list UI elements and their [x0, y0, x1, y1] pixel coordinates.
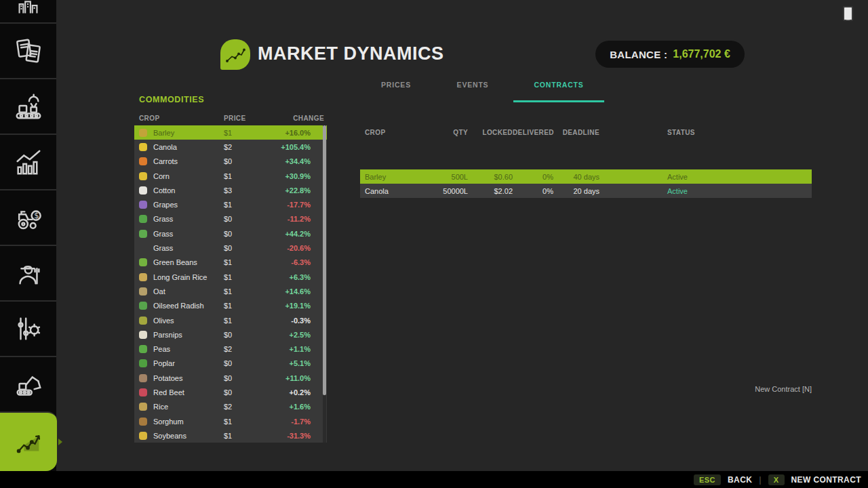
balance-label: BALANCE :	[610, 49, 667, 60]
contract-row[interactable]: Barley 500L $0.60 0% 40 days Active	[360, 169, 812, 184]
commodity-row[interactable]: Long Grain Rice $1 +6.3%	[134, 270, 327, 284]
col-change: CHANGE	[264, 115, 327, 122]
commodity-row[interactable]: Peas $2 +1.1%	[134, 342, 327, 356]
scrollbar-thumb[interactable]	[323, 125, 326, 395]
tab-contracts[interactable]: CONTRACTS	[534, 81, 583, 89]
crop-name: Potatoes	[153, 374, 224, 382]
commodity-row[interactable]: Corn $1 +30.9%	[134, 169, 327, 183]
crop-name: Grapes	[153, 201, 224, 209]
tab-events[interactable]: EVENTS	[457, 81, 489, 89]
sidebar-item-farmer[interactable]	[0, 245, 56, 300]
crop-icon	[139, 172, 147, 180]
crop-change: -6.3%	[264, 258, 327, 266]
col-qty: QTY	[411, 129, 468, 136]
x-key-badge[interactable]: X	[768, 474, 785, 485]
col-deadline: DEADLINE	[553, 129, 599, 136]
crop-price: $0	[224, 230, 264, 238]
crop-change: +6.3%	[264, 273, 327, 281]
commodity-row[interactable]: Grapes $1 -17.7%	[134, 197, 327, 211]
sidebar-item-construction[interactable]	[0, 356, 56, 411]
back-button[interactable]: BACK	[728, 475, 752, 485]
contract-qty: 50000L	[411, 187, 468, 195]
crop-icon	[139, 287, 147, 296]
contract-deadline: 20 days	[553, 187, 599, 195]
contract-deadline: 40 days	[553, 173, 599, 181]
commodity-row[interactable]: Grass $0 -20.6%	[134, 241, 327, 255]
commodity-row[interactable]: Potatoes $0 +11.0%	[134, 371, 327, 385]
crop-price: $0	[224, 374, 264, 382]
commodity-row[interactable]: Poplar $0 +5.1%	[134, 357, 327, 371]
sidebar-item-finances[interactable]: $	[0, 189, 56, 245]
balance-badge: BALANCE : 1,677,702 €	[595, 41, 745, 68]
crop-change: +11.0%	[264, 374, 327, 382]
crop-price: $3	[224, 186, 264, 195]
contract-crop: Barley	[360, 173, 411, 181]
crop-icon	[139, 129, 147, 137]
crop-price: $0	[224, 215, 264, 223]
new-contract-button[interactable]: NEW CONTRACT	[791, 475, 861, 485]
market-dynamics-leaf-chart-icon	[220, 39, 250, 70]
commodity-row[interactable]: Sorghum $1 -1.7%	[134, 414, 327, 428]
crop-name: Parsnips	[153, 331, 224, 339]
contract-row[interactable]: Canola 50000L $2.02 0% 20 days Active	[360, 184, 812, 198]
documents-icon	[13, 35, 44, 66]
sidebar-item-statistics[interactable]	[0, 134, 56, 189]
commodity-row[interactable]: Oilseed Radish $1 +19.1%	[134, 299, 327, 313]
contract-delivered: 0%	[513, 173, 553, 181]
commodity-row[interactable]: Grass $0 -11.2%	[134, 212, 327, 226]
commodity-row[interactable]: Olives $1 -0.3%	[134, 313, 327, 327]
crop-change: +1.6%	[264, 403, 327, 411]
crop-name: Sorghum	[153, 418, 224, 426]
commodity-row[interactable]: Green Beans $1 -6.3%	[134, 256, 327, 270]
commodity-row[interactable]: Barley $1 +16.0%	[134, 125, 327, 140]
excavator-icon	[13, 369, 44, 400]
sidebar-item-production[interactable]	[0, 78, 56, 134]
crop-change: -0.3%	[264, 317, 327, 325]
commodities-scrollbar[interactable]	[323, 125, 326, 443]
tab-prices[interactable]: PRICES	[381, 81, 411, 89]
sidebar-item-settings[interactable]	[0, 300, 56, 356]
crop-price: $1	[224, 302, 264, 310]
market-trend-icon	[12, 426, 45, 458]
sidebar-item-buildings[interactable]	[0, 0, 56, 22]
crop-name: Poplar	[153, 359, 224, 367]
contract-qty: 500L	[411, 173, 468, 181]
crop-icon	[139, 331, 147, 339]
crop-name: Rice	[153, 403, 224, 411]
commodity-row[interactable]: Oat $1 +14.6%	[134, 284, 327, 298]
crop-price: $1	[224, 129, 264, 137]
crop-change: -17.7%	[264, 201, 327, 209]
sidebar-item-documents[interactable]	[0, 22, 56, 78]
balance-value: 1,677,702 €	[673, 48, 730, 60]
crop-name: Red Beet	[153, 388, 224, 396]
col-delivered: DELIVERED	[513, 129, 553, 136]
crop-name: Oilseed Radish	[153, 302, 224, 310]
commodity-row[interactable]: Parsnips $0 +2.5%	[134, 327, 327, 342]
sidebar: $	[0, 0, 56, 488]
crop-price: $1	[224, 432, 264, 440]
crop-price: $1	[224, 172, 264, 180]
contract-status: Active	[599, 187, 812, 195]
crop-name: Barley	[153, 129, 224, 137]
commodity-row[interactable]: Canola $2 +105.4%	[134, 140, 327, 154]
commodity-row[interactable]: Carrots $0 +34.4%	[134, 155, 327, 169]
col-locked: LOCKED	[468, 129, 513, 136]
crop-icon	[139, 143, 147, 151]
commodity-row[interactable]: Cotton $3 +22.8%	[134, 183, 327, 197]
esc-key-badge[interactable]: ESC	[694, 474, 721, 485]
production-line-icon	[13, 91, 44, 122]
commodity-row[interactable]: Red Beet $0 +0.2%	[134, 385, 327, 399]
sidebar-item-market-dynamics[interactable]	[0, 411, 57, 471]
contract-locked: $0.60	[468, 173, 513, 181]
crop-icon	[139, 374, 147, 382]
page-title: MARKET DYNAMICS	[258, 43, 444, 64]
commodity-row[interactable]: Grass $0 +44.2%	[134, 226, 327, 241]
phone-icon[interactable]	[843, 6, 853, 21]
crop-change: +0.2%	[264, 388, 327, 396]
crop-icon	[139, 157, 147, 165]
crop-icon	[139, 359, 147, 367]
contract-delivered: 0%	[513, 187, 553, 195]
commodity-row[interactable]: Soybeans $1 -31.3%	[134, 428, 327, 443]
commodity-row[interactable]: Rice $2 +1.6%	[134, 400, 327, 414]
statistics-icon	[13, 146, 44, 178]
